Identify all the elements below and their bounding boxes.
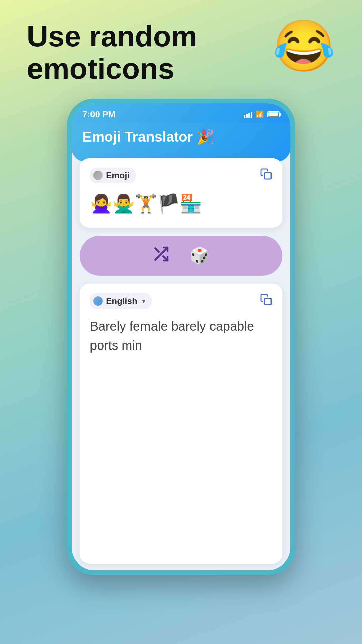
- svg-line-3: [155, 248, 159, 252]
- headline-area: Use random emoticons 😂: [0, 0, 362, 92]
- battery-icon: [267, 111, 280, 117]
- translation-lang-badge[interactable]: English ▾: [90, 293, 152, 309]
- emoji-lang-label: Emoji: [106, 170, 130, 181]
- page-wrapper: Use random emoticons 😂 7:00 PM 📶: [0, 0, 362, 644]
- phone-frame: 7:00 PM 📶 Emoji Translator 🎉: [67, 99, 295, 575]
- emoji-copy-button[interactable]: [260, 168, 272, 183]
- headline-emoji: 😂: [273, 17, 335, 76]
- app-title: Emoji Translator 🎉: [82, 128, 280, 145]
- translation-text: Barely female barely capable ports min: [90, 317, 272, 355]
- translation-copy-button[interactable]: [260, 293, 272, 309]
- translation-lang-dot: [93, 296, 103, 306]
- middle-bar: 🎲: [80, 236, 282, 276]
- svg-rect-0: [265, 172, 272, 179]
- phone-inner: 7:00 PM 📶 Emoji Translator 🎉: [72, 103, 290, 570]
- translation-card-header: English ▾: [90, 293, 272, 309]
- dice-button[interactable]: 🎲: [190, 246, 210, 265]
- translation-card: English ▾ Barely female barely capable p…: [80, 284, 282, 564]
- chevron-down-icon: ▾: [142, 297, 145, 305]
- emoji-card: Emoji 🙅‍♀️🙅‍♂️🏋️🏴🏪: [80, 158, 282, 228]
- svg-rect-4: [265, 298, 272, 305]
- emoji-display: 🙅‍♀️🙅‍♂️🏋️🏴🏪: [90, 192, 272, 218]
- shuffle-button[interactable]: [152, 245, 170, 266]
- status-bar: 7:00 PM 📶: [72, 103, 290, 123]
- emoji-lang-dot: [93, 171, 103, 180]
- status-icons: 📶: [244, 110, 280, 118]
- emoji-card-header: Emoji: [90, 168, 272, 183]
- signal-icon: [244, 111, 252, 118]
- status-time: 7:00 PM: [82, 109, 115, 120]
- emoji-lang-badge: Emoji: [90, 168, 136, 183]
- wifi-icon: 📶: [256, 110, 264, 118]
- content-area: Emoji 🙅‍♀️🙅‍♂️🏋️🏴🏪: [72, 152, 290, 570]
- translation-lang-label: English: [106, 296, 137, 306]
- headline-text: Use random emoticons: [27, 20, 255, 85]
